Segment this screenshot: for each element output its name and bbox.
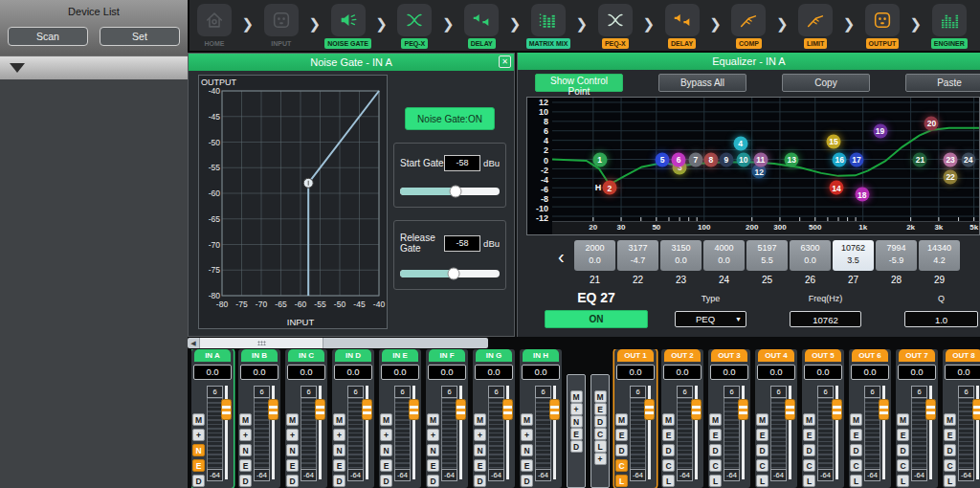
gain-value[interactable]: 0.0 <box>522 365 560 380</box>
strip-button-C[interactable]: C <box>756 459 768 472</box>
eq-point-10[interactable]: 10 <box>736 152 750 166</box>
strip-button-M[interactable]: M <box>286 413 299 426</box>
gain-value[interactable]: 0.0 <box>804 365 842 380</box>
strip-button-E[interactable]: E <box>803 429 815 441</box>
gain-value[interactable]: 0.0 <box>663 365 702 380</box>
strip-button-C[interactable]: C <box>662 459 675 472</box>
strip-button-+[interactable]: + <box>570 403 583 415</box>
gain-value[interactable]: 0.0 <box>710 365 748 380</box>
strip-button-E[interactable]: E <box>474 459 486 472</box>
strip-button-E[interactable]: E <box>897 429 909 441</box>
fader[interactable] <box>972 384 980 481</box>
band-scroll-left-icon[interactable]: ‹ <box>558 244 565 269</box>
strip-button-E[interactable]: E <box>427 459 439 472</box>
strip-button-M[interactable]: M <box>615 413 628 426</box>
fader-handle[interactable] <box>502 399 513 420</box>
strip-button-+[interactable]: + <box>286 429 299 441</box>
channel-tab[interactable]: OUT 8 <box>946 349 980 362</box>
eq-band-cell[interactable]: 40000.0 <box>703 240 745 271</box>
strip-button-M[interactable]: M <box>521 413 533 426</box>
strip-button-E[interactable]: E <box>662 429 675 441</box>
fader[interactable] <box>879 384 889 481</box>
strip-button-N[interactable]: N <box>239 444 252 456</box>
strip-button-D[interactable]: D <box>570 440 583 453</box>
eq-point-5[interactable]: 5 <box>656 152 670 166</box>
mixer-horizontal-scrollbar[interactable]: ◀ <box>188 338 488 348</box>
strip-button-L[interactable]: L <box>709 475 722 487</box>
gain-value[interactable]: 0.0 <box>287 365 325 380</box>
fader-handle[interactable] <box>315 399 325 420</box>
fader-handle[interactable] <box>644 399 655 420</box>
eq-point-2[interactable]: 2H <box>602 181 616 195</box>
channel-tab[interactable]: IN H <box>523 349 559 362</box>
strip-button-D[interactable]: D <box>897 444 909 456</box>
fader[interactable] <box>738 384 748 481</box>
strip-button-L[interactable]: L <box>594 440 607 453</box>
fader[interactable] <box>362 384 372 481</box>
fader[interactable] <box>549 384 560 481</box>
strip-button-+[interactable]: + <box>427 429 439 441</box>
strip-button-C[interactable]: C <box>803 459 815 472</box>
type-dropdown[interactable]: PEQ ▼ <box>675 311 746 327</box>
strip-button-C[interactable]: C <box>615 459 628 472</box>
toolbar-item-enginer[interactable]: ENGINER <box>928 4 970 49</box>
strip-button-M[interactable]: M <box>803 413 815 426</box>
channel-tab[interactable]: IN F <box>429 349 465 362</box>
close-icon[interactable]: ✕ <box>499 55 511 68</box>
strip-button-C[interactable]: C <box>594 428 607 440</box>
gain-value[interactable]: 0.0 <box>334 365 372 380</box>
eq-point-4[interactable]: 4 <box>733 136 747 150</box>
fader[interactable] <box>925 384 936 481</box>
strip-button-N[interactable]: N <box>521 444 533 456</box>
strip-button-E[interactable]: E <box>756 429 768 441</box>
eq-band-cell[interactable]: 3177-4.7 <box>617 240 658 271</box>
q-field[interactable]: 1.0 <box>904 311 978 327</box>
strip-button-D[interactable]: D <box>709 444 722 456</box>
band-on-button[interactable]: ON <box>545 310 648 328</box>
fader-handle[interactable] <box>691 399 702 420</box>
strip-button-D[interactable]: D <box>286 475 299 487</box>
toolbar-item-delay-out[interactable]: DELAY <box>661 4 703 49</box>
strip-button-+[interactable]: + <box>594 453 607 465</box>
scroll-left-arrow-icon[interactable]: ◀ <box>188 340 199 347</box>
strip-button-E[interactable]: E <box>521 459 533 472</box>
toolbar-item-delay-in[interactable]: DELAY <box>460 4 502 49</box>
strip-button-+[interactable]: + <box>521 429 533 441</box>
toolbar-item-noise-gate[interactable]: NOISE GATE <box>327 4 369 49</box>
eq-point-23[interactable]: 23 <box>944 152 958 166</box>
strip-button-M[interactable]: M <box>756 413 768 426</box>
eq-band-cell[interactable]: 143404.2 <box>919 240 960 271</box>
strip-button-E[interactable]: E <box>594 403 607 415</box>
gate-param-value[interactable]: -58 <box>444 235 480 252</box>
strip-button-C[interactable]: C <box>944 459 956 472</box>
gain-value[interactable]: 0.0 <box>898 365 936 380</box>
gate-param-slider[interactable] <box>400 270 500 277</box>
fader-handle[interactable] <box>925 399 936 420</box>
strip-button-E[interactable]: E <box>850 429 862 441</box>
strip-button-+[interactable]: + <box>333 429 345 441</box>
eq-band-cell[interactable]: 20000.0 <box>574 240 615 271</box>
fader-handle[interactable] <box>456 399 466 420</box>
slider-thumb[interactable] <box>450 186 462 198</box>
channel-tab[interactable]: IN E <box>382 349 418 362</box>
gain-value[interactable]: 0.0 <box>851 365 889 380</box>
eq-point-19[interactable]: 19 <box>873 123 887 138</box>
strip-button-+[interactable]: + <box>380 429 392 441</box>
strip-button-E[interactable]: E <box>570 428 583 440</box>
eq-band-cell[interactable]: 51975.5 <box>746 240 788 271</box>
noise-gate-power-button[interactable]: Noise Gate:ON <box>405 107 495 130</box>
fader[interactable] <box>221 384 232 481</box>
strip-button-+[interactable]: + <box>192 429 205 441</box>
strip-button-E[interactable]: E <box>380 459 392 472</box>
strip-button-+[interactable]: + <box>474 429 486 441</box>
strip-button-D[interactable]: D <box>333 475 345 487</box>
eq-point-13[interactable]: 13 <box>785 152 799 166</box>
fader-handle[interactable] <box>879 399 889 420</box>
eq-point-1[interactable]: 1 <box>592 152 607 166</box>
strip-button-M[interactable]: M <box>709 413 722 426</box>
gate-param-value[interactable]: -58 <box>444 155 480 171</box>
device-list-expander[interactable] <box>0 55 188 79</box>
strip-button-D[interactable]: D <box>944 444 956 456</box>
fader[interactable] <box>409 384 419 481</box>
gain-value[interactable]: 0.0 <box>381 365 419 380</box>
